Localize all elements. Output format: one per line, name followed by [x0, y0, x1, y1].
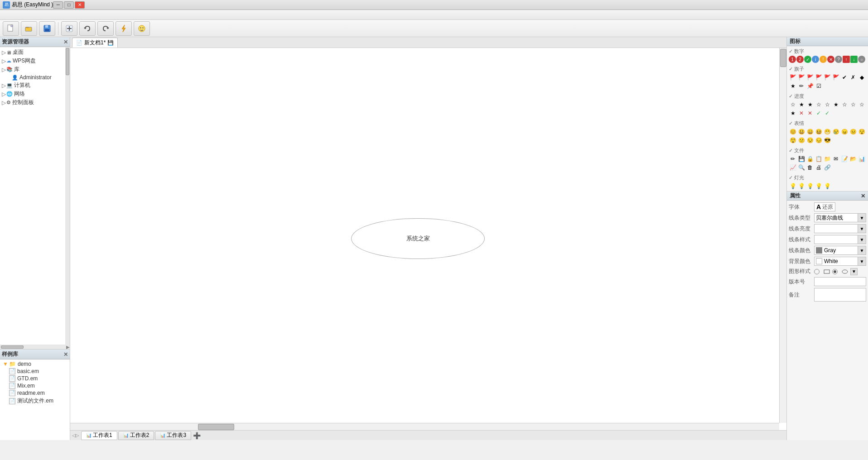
sample-library-close[interactable]: ✕ [63, 351, 68, 358]
workbook-tab-3[interactable]: 📊 工作表3 [155, 431, 191, 440]
tree-item-network[interactable]: ▷ 🌐 网络 [1, 90, 64, 98]
icon-light-2[interactable]: 💡 [797, 182, 805, 190]
prop-linecolor-value[interactable]: Gray ▼ [814, 246, 866, 255]
icon-emoji-11[interactable]: 😕 [797, 136, 805, 144]
bgcolor-dropdown-btn[interactable]: ▼ [858, 257, 866, 265]
icon-file-7[interactable]: 📝 [840, 155, 849, 163]
icon-prog-7[interactable]: ☆ [840, 101, 849, 109]
icon-file-8[interactable]: 📂 [849, 155, 857, 163]
icon-emoji-4[interactable]: 😆 [815, 128, 823, 136]
icon-prog-1[interactable]: ☆ [789, 101, 797, 109]
icon-emoji-10[interactable]: 😲 [789, 136, 797, 144]
icon-file-1[interactable]: ✏ [789, 155, 797, 163]
properties-close[interactable]: ✕ [861, 193, 865, 199]
lightning-button[interactable] [116, 21, 132, 36]
canvas-hscrollbar[interactable] [70, 423, 779, 430]
font-button[interactable]: A 还原 [814, 202, 835, 211]
icon-flag-pencil[interactable]: ✏ [797, 82, 805, 90]
shape-dropdown-btn[interactable]: ▼ [850, 268, 858, 275]
icon-file-2[interactable]: 💾 [797, 155, 805, 163]
mindmap-root-node[interactable]: 系统之家 [351, 218, 485, 259]
tree-item-wps[interactable]: ▷ ☁ WPS网盘 [1, 57, 64, 65]
icon-prog-x2[interactable]: ✕ [806, 109, 814, 117]
icon-file-9[interactable]: 📊 [858, 155, 866, 163]
tree-item-controlpanel[interactable]: ▷ ⚙ 控制面板 [1, 98, 64, 107]
icon-emoji-6[interactable]: 😢 [832, 128, 840, 136]
tab-document1[interactable]: 📄 新文档1* 💾 [72, 38, 118, 48]
icon-num-6[interactable]: ✕ [827, 56, 834, 63]
icon-light-1[interactable]: 💡 [789, 182, 797, 190]
icon-emoji-9[interactable]: 😯 [858, 128, 866, 136]
resource-manager-close[interactable]: ✕ [63, 39, 68, 45]
icon-num-3[interactable]: ✓ [804, 56, 811, 63]
icon-num-1[interactable]: 1 [789, 56, 796, 63]
sample-folder-demo[interactable]: ▼ 📁 demo [1, 360, 69, 368]
icon-light-3[interactable]: 💡 [806, 182, 814, 190]
add-topic-button[interactable] [61, 21, 77, 36]
icon-light-4[interactable]: 💡 [815, 182, 823, 190]
icon-num-5[interactable]: ! [820, 56, 827, 63]
icon-file-3[interactable]: 🔒 [806, 155, 814, 163]
prop-bgcolor-value[interactable]: White ▼ [814, 257, 866, 266]
sample-file-mix[interactable]: 📄 Mix.em [1, 382, 69, 389]
icon-flag-pin[interactable]: 📌 [806, 82, 814, 90]
tree-item-lib[interactable]: ▷ 📚 库 [1, 65, 64, 74]
sample-file-basic[interactable]: 📄 basic.em [1, 368, 69, 375]
close-button[interactable]: ✕ [75, 1, 85, 9]
tree-item-desktop[interactable]: ▷ 🖥 桌面 [1, 48, 64, 57]
icon-file-5[interactable]: 📁 [823, 155, 831, 163]
icon-flag-9[interactable]: ◆ [858, 73, 866, 81]
icon-file-14[interactable]: 🔗 [823, 163, 831, 172]
canvas-hscroll-thumb[interactable] [198, 424, 234, 430]
tree-item-admin[interactable]: 👤 Administrator [1, 74, 64, 81]
redo-button[interactable] [97, 21, 114, 36]
shape-circle-radio[interactable] [814, 269, 820, 274]
icon-num-7[interactable]: ? [835, 56, 842, 63]
icon-prog-8[interactable]: ☆ [849, 101, 857, 109]
icon-flag-6[interactable]: 🚩 [832, 73, 840, 81]
resource-vscrollbar[interactable] [65, 47, 70, 345]
linewidth-dropdown-btn[interactable]: ▼ [858, 225, 866, 233]
tree-item-computer[interactable]: ▷ 💻 计算机 [1, 81, 64, 90]
icon-prog-9[interactable]: ☆ [858, 101, 866, 109]
workbook-tab-2[interactable]: 📊 工作表2 [118, 431, 154, 440]
icon-flag-3[interactable]: 🚩 [806, 73, 814, 81]
linetype-dropdown-btn[interactable]: ▼ [858, 214, 866, 222]
canvas-vscroll-thumb[interactable] [780, 49, 786, 67]
sample-tree[interactable]: ▼ 📁 demo 📄 basic.em 📄 GTD.em 📄 Mix.em [0, 359, 70, 440]
restore-button[interactable]: □ [64, 1, 74, 9]
icon-emoji-7[interactable]: 😠 [840, 128, 849, 136]
icon-emoji-extra[interactable]: 😎 [823, 136, 831, 144]
icon-file-6[interactable]: ✉ [832, 155, 840, 163]
icon-prog-6[interactable]: ★ [832, 101, 840, 109]
prop-note-value[interactable] [814, 288, 866, 302]
icon-emoji-12[interactable]: 😒 [806, 136, 814, 144]
icon-prog-check[interactable]: ✓ [815, 109, 823, 117]
linecolor-dropdown-btn[interactable]: ▼ [858, 246, 866, 254]
wb-scroll-right[interactable]: ▷ [76, 433, 79, 438]
icon-flag-4[interactable]: 🚩 [815, 73, 823, 81]
save-button[interactable] [39, 21, 55, 36]
icon-num-2[interactable]: 2 [796, 56, 804, 63]
undo-button[interactable] [79, 21, 96, 36]
sample-file-gtd[interactable]: 📄 GTD.em [1, 375, 69, 382]
icon-file-10[interactable]: 📈 [789, 163, 797, 172]
icon-num-9[interactable]: ↓ [850, 56, 858, 63]
sample-file-readme[interactable]: 📄 readme.em [1, 389, 69, 397]
icon-prog-x1[interactable]: ✕ [797, 109, 805, 117]
icon-flag-2[interactable]: 🚩 [797, 73, 805, 81]
wb-scroll-left[interactable]: ◁ [72, 433, 76, 438]
prop-linestyle-value[interactable]: ▼ [814, 235, 866, 244]
icon-prog-2[interactable]: ★ [797, 101, 805, 109]
icon-prog-check2[interactable]: ✓ [823, 109, 831, 117]
icon-num-10[interactable]: ○ [858, 56, 865, 63]
resource-hscrollbar[interactable]: ▶ [0, 345, 70, 349]
icon-file-4[interactable]: 📋 [815, 155, 823, 163]
workbook-tab-1[interactable]: 📊 工作表1 [81, 431, 117, 440]
icon-flag-check2[interactable]: ☑ [815, 82, 823, 90]
prop-linewidth-value[interactable]: ▼ [814, 224, 866, 233]
icon-flag-7[interactable]: ✔ [840, 73, 849, 81]
icon-file-11[interactable]: 🔍 [797, 163, 805, 172]
icon-prog-10[interactable]: ★ [789, 109, 797, 117]
icon-emoji-2[interactable]: 😃 [797, 128, 805, 136]
